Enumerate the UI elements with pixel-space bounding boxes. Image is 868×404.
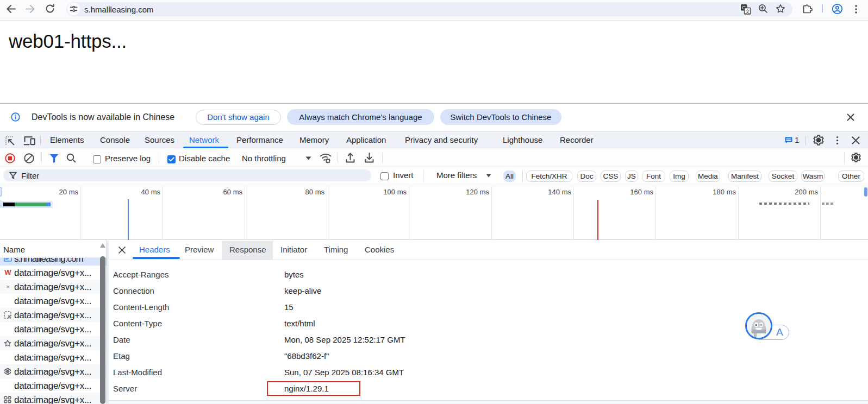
svg-text:文: 文 [745, 8, 750, 14]
